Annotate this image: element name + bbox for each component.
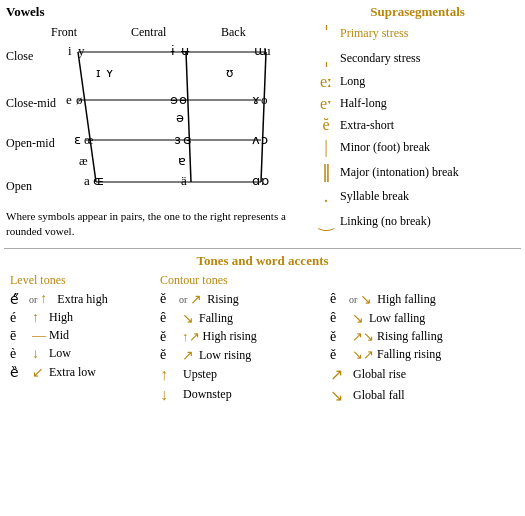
primary-stress-symbol: ˈ [316, 22, 336, 44]
supra-row-minor: | Minor (foot) break [316, 137, 519, 158]
level-tone-extralow: ȅ ↙ Extra low [10, 364, 154, 381]
svg-text:ä: ä [181, 173, 187, 188]
svg-text:Open: Open [6, 179, 32, 193]
upstep-char: ↑ [160, 366, 180, 384]
low-falling-char: ê [330, 310, 346, 326]
minor-break-label: Minor (foot) break [340, 140, 430, 155]
svg-text:y: y [78, 43, 85, 58]
svg-text:ə: ə [176, 110, 184, 125]
mid-mark: — [32, 328, 46, 344]
mid-label: Mid [49, 328, 69, 343]
supra-row-extra-short: ĕ Extra-short [316, 116, 519, 134]
vowel-note: Where symbols appear in pairs, the one t… [6, 209, 301, 240]
low-rising-mark: ↗ [182, 347, 196, 364]
low-char: è [10, 346, 26, 362]
svg-line-17 [261, 52, 266, 182]
contour-low-rising: ě ↗ Low rising [160, 347, 324, 364]
svg-text:ɘ: ɘ [170, 92, 178, 107]
svg-text:ɑ: ɑ [252, 173, 260, 188]
global-rise-char: ↗ [330, 365, 350, 384]
svg-text:ɪ: ɪ [96, 66, 100, 80]
vowel-chart-area: Front Central Back Close Close-mid Open-… [6, 22, 301, 207]
svg-text:ɜ: ɜ [174, 132, 181, 147]
contour-downstep: ↓ Downstep [160, 386, 324, 404]
global-rise-label: Global rise [353, 367, 406, 382]
primary-stress-label: Primary stress [340, 26, 408, 41]
rising-or: or [179, 294, 187, 305]
col2-spacer [330, 273, 525, 288]
vowels-title: Vowels [6, 4, 304, 20]
contour-global-rise: ↗ Global rise [330, 365, 525, 384]
global-fall-char: ↘ [330, 386, 350, 405]
svg-text:Close: Close [6, 49, 33, 63]
rising-mark: ↗ [190, 291, 204, 308]
tones-title: Tones and word accents [4, 253, 521, 269]
svg-text:ɤ: ɤ [252, 92, 260, 107]
linking-symbol: ‿ [316, 210, 336, 232]
supra-row-secondary: ˌ Secondary stress [316, 47, 519, 69]
low-mark: ↓ [32, 346, 46, 362]
svg-text:Open-mid: Open-mid [6, 136, 55, 150]
extralow-char: ȅ [10, 364, 26, 381]
contour-falling: ê ↘ Falling [160, 310, 324, 327]
extrahigh-char: é̋ [10, 291, 26, 308]
high-falling-label: High falling [377, 292, 435, 307]
rising-char: ě [160, 291, 176, 307]
falling-rising-mark: ↘↗ [352, 347, 374, 363]
contour-falling-rising: ě ↘↗ Falling rising [330, 347, 525, 363]
svg-text:ɛ: ɛ [74, 132, 81, 147]
extrahigh-label: Extra high [57, 292, 107, 307]
supra-row-linking: ‿ Linking (no break) [316, 210, 519, 232]
svg-text:ʊ: ʊ [226, 66, 233, 80]
tones-columns: Level tones é̋ or ↑ Extra high é ↑ High … [4, 273, 525, 407]
syllable-break-symbol: . [316, 186, 336, 207]
high-falling-mark: ↘ [360, 291, 374, 308]
supra-row-primary: ˈ Primary stress [316, 22, 519, 44]
right-panel: Suprasegmentals ˈ Primary stress ˌ Secon… [310, 0, 525, 244]
svg-text:ʉ: ʉ [181, 43, 190, 58]
extrahigh-mark: ↑ [40, 291, 54, 307]
half-long-symbol: eˑ [316, 94, 336, 113]
low-falling-mark: ↘ [352, 310, 366, 327]
downstep-char: ↓ [160, 386, 180, 404]
contour-tones-title: Contour tones [160, 273, 324, 288]
left-panel: Vowels Front Central Back Close Close-mi… [0, 0, 310, 244]
level-tone-extrahigh: é̋ or ↑ Extra high [10, 291, 154, 308]
svg-text:e: e [66, 92, 72, 107]
svg-text:i: i [68, 43, 72, 58]
svg-text:u: u [264, 43, 271, 58]
supra-row-long: eː Long [316, 72, 519, 91]
falling-mark: ↘ [182, 310, 196, 327]
long-label: Long [340, 74, 365, 89]
svg-text:æ: æ [79, 153, 88, 168]
level-tone-mid: ē — Mid [10, 328, 154, 344]
svg-text:ʌ: ʌ [252, 132, 260, 147]
linking-label: Linking (no break) [340, 214, 431, 229]
svg-text:Front: Front [51, 25, 78, 39]
level-tone-low: è ↓ Low [10, 346, 154, 362]
svg-text:ɐ: ɐ [178, 153, 186, 168]
supra-row-half-long: eˑ Half-long [316, 94, 519, 113]
svg-text:ø: ø [76, 92, 83, 107]
low-label: Low [49, 346, 71, 361]
svg-text:o: o [261, 92, 268, 107]
contour-low-falling: ê ↘ Low falling [330, 310, 525, 327]
high-rising-char: ě [160, 329, 176, 345]
extra-short-label: Extra-short [340, 118, 394, 133]
svg-text:ɒ: ɒ [261, 173, 269, 188]
major-break-label: Major (intonation) break [340, 165, 459, 180]
svg-text:Central: Central [131, 25, 167, 39]
falling-rising-label: Falling rising [377, 347, 441, 362]
long-symbol: eː [316, 72, 336, 91]
low-rising-char: ě [160, 347, 176, 363]
svg-text:ɶ: ɶ [93, 173, 104, 188]
extralow-label: Extra low [49, 365, 96, 380]
contour-high-rising: ě ↑↗ High rising [160, 329, 324, 345]
low-falling-label: Low falling [369, 311, 425, 326]
level-tones-title: Level tones [10, 273, 154, 288]
contour-high-falling: ê or ↘ High falling [330, 291, 525, 308]
svg-text:ɔ: ɔ [261, 132, 268, 147]
contour-rising: ě or ↗ Rising [160, 291, 324, 308]
svg-text:ɵ: ɵ [179, 92, 187, 107]
svg-text:ɞ: ɞ [183, 132, 192, 147]
